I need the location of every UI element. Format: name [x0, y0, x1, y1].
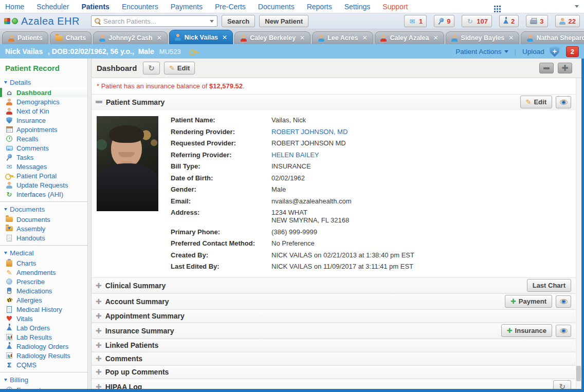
- sidebar-item-insurance[interactable]: Insurance: [0, 116, 87, 125]
- sidebar-resize-handle[interactable]: [87, 59, 92, 389]
- sidebar-item-lab-orders[interactable]: Lab Orders: [0, 323, 87, 332]
- edit-dashboard-button[interactable]: ✎ Edit: [164, 62, 195, 74]
- sidebar-section-medical[interactable]: Medical: [0, 247, 87, 258]
- nav-collapse-caret-icon[interactable]: [575, 5, 579, 8]
- close-tab-icon[interactable]: ✕: [508, 34, 514, 42]
- sidebar-item-documents[interactable]: Documents: [0, 215, 87, 224]
- sidebar-item-comments[interactable]: Comments: [0, 143, 87, 153]
- section-header-appointment-summary[interactable]: ✚ Appointment Summary: [92, 309, 575, 323]
- close-tab-icon[interactable]: ✕: [433, 34, 438, 42]
- section-header-hipaa-log[interactable]: ✚ HIPAA Log ↻: [92, 379, 575, 389]
- sidebar-item-dashboard[interactable]: ⌂ Dashboard: [0, 88, 87, 97]
- section-header-patient-summary[interactable]: Patient Summary ✎ Edit: [92, 94, 575, 110]
- messages-notification-button[interactable]: ✉ 1: [404, 15, 427, 27]
- collapse-all-button[interactable]: [539, 63, 554, 73]
- expand-icon[interactable]: ✚: [96, 297, 102, 306]
- sidebar-item-lab-results[interactable]: Lab Results: [0, 332, 87, 342]
- section-header-linked-patients[interactable]: ✚ Linked Patients: [92, 339, 575, 352]
- sidebar-item-interfaces-ahi[interactable]: ↻ Interfaces (AHI): [0, 190, 87, 199]
- sidebar-item-radiology-orders[interactable]: Radiology Orders: [0, 342, 87, 351]
- tab-caley-berkeley[interactable]: Caley Berkeley ✕: [234, 31, 311, 44]
- sidebar-item-encounters[interactable]: Encounters: [0, 385, 87, 389]
- section-header-comments[interactable]: ✚ Comments: [92, 352, 575, 365]
- expand-icon[interactable]: ✚: [96, 327, 102, 335]
- refresh-hipaa-log-button[interactable]: ↻: [553, 380, 571, 389]
- nav-scheduler[interactable]: Scheduler: [36, 3, 69, 11]
- nav-documents[interactable]: Documents: [258, 3, 295, 11]
- tab-charts[interactable]: Charts: [50, 31, 92, 44]
- sync-notification-button[interactable]: ↻ 107: [462, 15, 492, 27]
- expand-icon[interactable]: ✚: [96, 312, 102, 320]
- nav-reports[interactable]: Reports: [307, 3, 332, 11]
- sidebar-section-documents[interactable]: Documents: [0, 203, 87, 215]
- sidebar-item-medications[interactable]: Medications: [0, 286, 87, 295]
- close-tab-icon[interactable]: ✕: [300, 34, 305, 42]
- patient-actions-menu[interactable]: Patient Actions: [455, 48, 508, 55]
- tasks-notification-button[interactable]: 9: [434, 15, 454, 27]
- tab-lee-acres[interactable]: Lee Acres ✕: [312, 31, 373, 44]
- section-header-account-summary[interactable]: ✚ Account Summary ✚ Payment: [92, 293, 575, 309]
- add-insurance-button[interactable]: ✚ Insurance: [501, 324, 552, 337]
- sidebar-item-amendments[interactable]: ✎ Amendments: [0, 268, 87, 277]
- expand-icon[interactable]: ✚: [96, 368, 102, 376]
- view-insurance-summary-button[interactable]: [556, 325, 571, 337]
- section-header-clinical-summary[interactable]: ✚ Clinical Summary Last Chart: [92, 277, 575, 293]
- patients-notification-button[interactable]: 22: [555, 15, 580, 27]
- nav-pre-certs[interactable]: Pre-Certs: [215, 3, 246, 11]
- upload-link[interactable]: Upload: [522, 48, 544, 55]
- sidebar-item-demographics[interactable]: Demographics: [0, 97, 87, 106]
- portal-key-icon[interactable]: [189, 49, 197, 54]
- expand-all-button[interactable]: ✚: [558, 63, 572, 73]
- sidebar-item-appointments[interactable]: Appointments: [0, 125, 87, 134]
- expand-icon[interactable]: ✚: [96, 354, 102, 363]
- tab-patients[interactable]: Patients: [2, 31, 48, 44]
- apps-grid-icon[interactable]: [494, 6, 496, 7]
- nav-home[interactable]: Home: [5, 3, 24, 11]
- scrollbar-thumb[interactable]: [576, 366, 581, 381]
- section-header-pop-up-comments[interactable]: ✚ Pop up Comments: [92, 365, 575, 379]
- view-patient-summary-button[interactable]: [556, 96, 571, 108]
- close-tab-icon[interactable]: ✕: [157, 34, 162, 42]
- sidebar-item-update-requests[interactable]: Update Requests: [0, 180, 87, 190]
- nav-encounters[interactable]: Encounters: [122, 3, 158, 11]
- tab-nick-vailas[interactable]: Nick Vailas ✕: [169, 30, 233, 44]
- fax-notification-button[interactable]: 3: [526, 15, 548, 27]
- lab-notification-button[interactable]: 2: [499, 15, 519, 27]
- refresh-button[interactable]: ↻: [143, 62, 160, 74]
- sidebar-section-details[interactable]: Details: [0, 77, 87, 88]
- expand-icon[interactable]: ✚: [96, 341, 102, 349]
- sidebar-item-tasks[interactable]: Tasks: [0, 153, 87, 162]
- upload-shield-plus-icon[interactable]: [550, 46, 560, 57]
- collapse-icon[interactable]: [96, 101, 102, 103]
- sidebar-section-billing[interactable]: Billing: [0, 374, 87, 385]
- sidebar-item-medical-history[interactable]: Medical History: [0, 305, 87, 314]
- tab-johnny2-cash[interactable]: Johnny2 Cash ✕: [93, 31, 168, 44]
- search-input[interactable]: [103, 17, 207, 25]
- sidebar-item-radiology-results[interactable]: Radiology Results: [0, 351, 87, 360]
- sidebar-item-prescribe[interactable]: Prescribe: [0, 277, 87, 286]
- sidebar-item-allergies[interactable]: Allergies: [0, 295, 87, 305]
- sidebar-item-next-of-kin[interactable]: Next of Kin: [0, 106, 87, 116]
- expand-icon[interactable]: ✚: [96, 282, 102, 290]
- view-account-summary-button[interactable]: [556, 295, 571, 308]
- last-chart-button[interactable]: Last Chart: [527, 279, 571, 292]
- new-patient-button[interactable]: New Patient: [259, 15, 308, 27]
- search-button[interactable]: Search: [222, 15, 255, 27]
- sidebar-item-charts[interactable]: Charts: [0, 258, 87, 268]
- nav-support[interactable]: Support: [382, 3, 408, 11]
- close-tab-icon[interactable]: ✕: [362, 34, 367, 42]
- sidebar-item-cqms[interactable]: Σ CQMS: [0, 360, 87, 369]
- referring-provider-link[interactable]: HELEN BAILEY: [271, 151, 414, 159]
- sidebar-item-messages[interactable]: ✉ Messages: [0, 162, 87, 171]
- sidebar-item-vitals[interactable]: ♥ Vitals: [0, 314, 87, 323]
- tab-nathan-shepard[interactable]: Nathan Shepard ✕: [521, 31, 584, 44]
- sidebar-item-recalls[interactable]: Recalls: [0, 134, 87, 143]
- section-header-insurance-summary[interactable]: ✚ Insurance Summary ✚ Insurance: [92, 323, 575, 339]
- nav-patients[interactable]: Patients: [81, 3, 109, 11]
- tab-caley-azalea[interactable]: Caley Azalea ✕: [375, 31, 444, 44]
- nav-payments[interactable]: Payments: [171, 3, 203, 11]
- sidebar-item-assembly[interactable]: Assembly: [0, 224, 87, 233]
- vertical-scrollbar[interactable]: [576, 78, 581, 389]
- upload-count-badge[interactable]: 2: [566, 46, 579, 57]
- edit-patient-summary-button[interactable]: ✎ Edit: [520, 96, 552, 108]
